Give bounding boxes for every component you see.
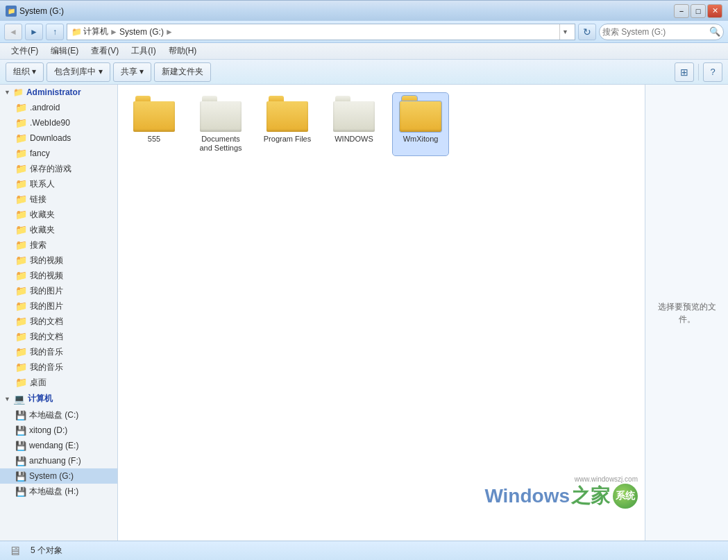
sidebar-item-android[interactable]: 📁 .android: [0, 100, 117, 115]
sidebar-group-label-computer: 计算机: [28, 393, 53, 405]
statusbar-count: 5 个对象: [31, 545, 62, 557]
help-icon-button[interactable]: ?: [703, 62, 722, 82]
folder-icon-administrator: 📁: [13, 87, 24, 97]
content-area: 555 Documents and Settings Program Files: [118, 85, 645, 541]
folder-icon: 📁: [15, 148, 27, 159]
sidebar-item-favorites1[interactable]: 📁 收藏夹: [0, 207, 117, 222]
addressbar: ◄ ► ↑ 📁 计算机 ► System (G:) ► ▼ ↻ 🔍: [0, 21, 728, 43]
sidebar-item-webide[interactable]: 📁 .WebIde90: [0, 115, 117, 130]
sidebar-item-pictures1[interactable]: 📁 我的图片: [0, 283, 117, 298]
sidebar-item-g-drive[interactable]: 💾 System (G:): [0, 468, 117, 484]
refresh-button[interactable]: ↻: [578, 24, 596, 40]
view-toggle-button[interactable]: ⊞: [675, 62, 694, 82]
sidebar-item-videos2[interactable]: 📁 我的视频: [0, 268, 117, 283]
sidebar: ▼ 📁 Administrator 📁 .android 📁 .WebIde90…: [0, 85, 118, 541]
menu-file[interactable]: 文件(F): [6, 44, 44, 58]
share-button[interactable]: 共享 ▾: [113, 62, 151, 82]
search-icon[interactable]: 🔍: [709, 26, 720, 37]
preview-panel: 选择要预览的文件。: [645, 85, 728, 541]
sidebar-item-docs2[interactable]: 📁 我的文档: [0, 329, 117, 344]
toolbar-right: ⊞ ?: [675, 62, 722, 82]
sidebar-item-music1[interactable]: 📁 我的音乐: [0, 344, 117, 359]
organize-button[interactable]: 组织 ▾: [6, 62, 44, 82]
folder-icon-windows: [333, 96, 375, 132]
sidebar-item-d-drive[interactable]: 💾 xitong (D:): [0, 423, 117, 438]
file-item-555[interactable]: 555: [126, 93, 182, 155]
expand-icon-administrator: ▼: [4, 89, 10, 96]
drive-icon: 💾: [15, 410, 26, 421]
sidebar-item-e-drive[interactable]: 💾 wendang (E:): [0, 438, 117, 453]
search-input[interactable]: [602, 27, 706, 37]
main-area: ▼ 📁 Administrator 📁 .android 📁 .WebIde90…: [0, 85, 728, 541]
maximize-button[interactable]: □: [691, 4, 706, 18]
new-folder-button[interactable]: 新建文件夹: [154, 62, 211, 82]
preview-text: 选择要预览的文件。: [651, 300, 722, 325]
folder-icon: 📁: [15, 239, 27, 251]
sidebar-item-saved-games[interactable]: 📁 保存的游戏: [0, 161, 117, 176]
sidebar-item-desktop[interactable]: 📁 桌面: [0, 375, 117, 390]
sidebar-item-label: 我的视频: [30, 270, 63, 282]
sidebar-item-f-drive[interactable]: 💾 anzhuang (F:): [0, 453, 117, 468]
folder-icon: 📁: [15, 133, 27, 144]
sidebar-item-downloads[interactable]: 📁 Downloads: [0, 130, 117, 146]
statusbar-drive-icon: 🖥: [8, 544, 22, 558]
minimize-button[interactable]: −: [674, 4, 689, 18]
sidebar-item-label: fancy: [30, 149, 50, 158]
folder-icon: 📁: [15, 362, 27, 373]
sidebar-item-search[interactable]: 📁 搜索: [0, 237, 117, 253]
sidebar-group-label-administrator: Administrator: [26, 87, 81, 97]
path-part-1: 计算机: [83, 26, 108, 37]
address-dropdown[interactable]: ▼: [559, 24, 570, 40]
sidebar-item-label: .WebIde90: [30, 118, 70, 128]
folder-icon-wmxitong: [400, 96, 441, 132]
file-item-wmxitong[interactable]: WmXitong: [393, 93, 448, 155]
sidebar-item-label: 桌面: [30, 377, 46, 389]
path-sep-1: ►: [110, 27, 118, 37]
path-icon: 📁: [71, 27, 82, 37]
drive-icon: 💾: [15, 425, 26, 436]
forward-button[interactable]: ►: [25, 24, 43, 40]
back-button[interactable]: ◄: [4, 24, 22, 40]
search-box[interactable]: 🔍: [599, 24, 724, 40]
folder-icon: 📁: [15, 255, 27, 266]
sidebar-item-label: 我的音乐: [30, 346, 63, 358]
sidebar-group-administrator[interactable]: ▼ 📁 Administrator: [0, 85, 117, 100]
menu-help[interactable]: 帮助(H): [163, 44, 203, 58]
sidebar-item-c-drive[interactable]: 💾 本地磁盘 (C:): [0, 407, 117, 423]
sidebar-item-favorites2[interactable]: 📁 收藏夹: [0, 222, 117, 237]
up-button[interactable]: ↑: [46, 24, 64, 40]
sidebar-item-label: anzhuang (F:): [29, 456, 81, 466]
toolbar: 组织 ▾ 包含到库中 ▾ 共享 ▾ 新建文件夹 ⊞ ?: [0, 60, 728, 85]
menu-edit[interactable]: 编辑(E): [45, 44, 84, 58]
folder-icon: 📁: [15, 316, 27, 327]
sidebar-item-h-drive[interactable]: 💾 本地磁盘 (H:): [0, 484, 117, 499]
sidebar-item-docs1[interactable]: 📁 我的文档: [0, 314, 117, 329]
path-part-2: System (G:): [119, 27, 164, 37]
folder-icon-documents-settings: [200, 96, 242, 132]
drive-icon: 💾: [15, 456, 26, 466]
include-library-button[interactable]: 包含到库中 ▾: [46, 62, 110, 82]
menu-view[interactable]: 查看(V): [85, 44, 124, 58]
sidebar-item-label: 我的音乐: [30, 362, 63, 373]
address-box[interactable]: 📁 计算机 ► System (G:) ► ▼: [67, 24, 575, 40]
file-item-windows[interactable]: WINDOWS: [326, 93, 382, 155]
sidebar-item-label: 搜索: [30, 239, 46, 251]
sidebar-item-music2[interactable]: 📁 我的音乐: [0, 359, 117, 375]
close-button[interactable]: ✕: [707, 4, 722, 18]
sidebar-group-computer[interactable]: ▼ 💻 计算机: [0, 390, 117, 407]
folder-icon-program-files: [266, 96, 308, 132]
menubar: 文件(F) 编辑(E) 查看(V) 工具(I) 帮助(H): [0, 43, 728, 60]
menu-tools[interactable]: 工具(I): [126, 44, 161, 58]
sidebar-item-pictures2[interactable]: 📁 我的图片: [0, 298, 117, 314]
folder-icon: 📁: [15, 102, 27, 113]
folder-icon: 📁: [15, 117, 27, 128]
sidebar-item-contacts[interactable]: 📁 联系人: [0, 176, 117, 192]
sidebar-item-fancy[interactable]: 📁 fancy: [0, 146, 117, 161]
sidebar-item-label: wendang (E:): [29, 441, 78, 450]
file-item-program-files[interactable]: Program Files: [260, 93, 315, 155]
drive-icon: 💾: [15, 441, 26, 451]
sidebar-item-videos1[interactable]: 📁 我的视频: [0, 253, 117, 268]
file-item-documents-settings[interactable]: Documents and Settings: [193, 93, 248, 155]
sidebar-item-links[interactable]: 📁 链接: [0, 192, 117, 207]
folder-icon: 📁: [15, 224, 27, 235]
